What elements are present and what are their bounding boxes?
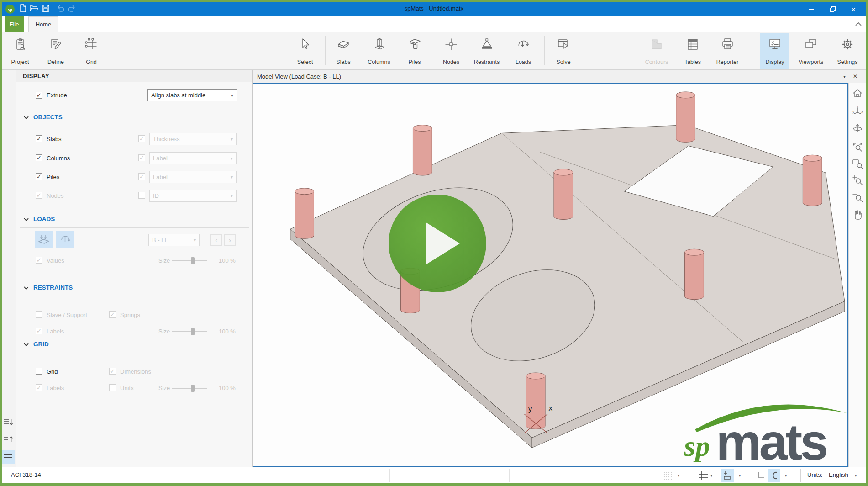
slave-support-checkbox (36, 311, 42, 318)
zoom-out-icon[interactable] (852, 191, 863, 202)
open-file-icon[interactable] (29, 4, 38, 13)
move-panel-down-icon[interactable] (3, 418, 14, 427)
model-view-header[interactable]: Model View (Load Case: B - LL) ▾ ✕ (253, 70, 866, 83)
section-grid[interactable]: GRID (33, 341, 49, 348)
chevron-down-icon[interactable]: ▾ (710, 467, 713, 484)
moment-load-button[interactable] (56, 231, 74, 248)
units-label: Units: (807, 471, 822, 478)
display-icon (768, 37, 782, 51)
slabs-checkbox[interactable] (36, 135, 42, 142)
ribbon-button-restraints[interactable]: Restraints (472, 33, 501, 69)
restraints-collapse-icon[interactable] (24, 286, 29, 290)
chevron-down-icon[interactable]: ▾ (855, 467, 857, 484)
section-loads[interactable]: LOADS (33, 216, 55, 222)
ribbon-button-solve[interactable]: Solve (549, 33, 578, 69)
objects-collapse-icon[interactable] (24, 116, 29, 119)
statusbar-divider (800, 469, 801, 482)
ribbon-button-reporter[interactable]: Reporter (713, 33, 742, 69)
snap-curve-button[interactable] (768, 469, 780, 482)
reporter-icon (721, 37, 734, 51)
columns-annotation-value: Label (153, 155, 168, 162)
logo-mats-text: mats (716, 417, 826, 468)
ribbon-button-select[interactable]: Select (290, 33, 320, 69)
zoom-extents-icon[interactable] (852, 141, 863, 152)
ribbon-button-columns[interactable]: Columns (364, 33, 394, 69)
zoom-window-icon[interactable] (852, 158, 863, 169)
restraint-labels-label: Labels (47, 328, 64, 335)
grid-collapse-icon[interactable] (24, 343, 29, 346)
ribbon-button-contours: Contours (642, 33, 671, 69)
tab-home[interactable]: Home (28, 16, 58, 32)
column-cylinder (413, 125, 432, 175)
save-icon[interactable] (41, 4, 50, 13)
qat-separator (53, 5, 53, 12)
frame-edge (0, 0, 2, 486)
units-value[interactable]: English (829, 471, 848, 478)
dimensions-checkbox (109, 368, 116, 375)
move-panel-up-icon[interactable] (3, 434, 14, 444)
extrude-checkbox[interactable] (36, 92, 42, 99)
zoom-in-icon[interactable] (852, 174, 863, 185)
area-load-button[interactable] (35, 231, 53, 248)
svg-text:y: y (852, 110, 854, 114)
grid-checkbox[interactable] (36, 368, 42, 375)
chevron-left-icon: ‹ (215, 236, 217, 244)
new-file-icon[interactable] (18, 4, 27, 13)
panel-menu-button[interactable] (1, 450, 15, 464)
statusbar-divider (389, 469, 390, 482)
ribbon-button-settings[interactable]: Settings (833, 33, 862, 69)
home-view-icon[interactable] (852, 88, 863, 99)
section-objects[interactable]: OBJECTS (33, 114, 63, 121)
axis-x-label: x (548, 404, 553, 412)
statusbar-divider (509, 469, 510, 482)
units-label: Units (120, 385, 134, 391)
column-cylinder (526, 373, 545, 429)
nodes-annotation-value: ID (153, 192, 159, 199)
pan-hand-icon[interactable] (852, 209, 863, 220)
piles-label: Piles (47, 174, 59, 180)
slave-support-label: Slave / Support (47, 312, 87, 318)
pin-icon[interactable]: ▾ (843, 70, 846, 83)
section-divider (20, 126, 249, 126)
ribbon-button-loads[interactable]: Loads (509, 33, 538, 69)
loads-collapse-icon[interactable] (24, 218, 29, 221)
axes-orientation-icon[interactable]: z y x (852, 105, 863, 116)
ribbon-button-slabs[interactable]: Slabs (329, 33, 358, 69)
nodes-label: Nodes (47, 192, 64, 199)
close-view-icon[interactable]: ✕ (853, 70, 857, 83)
svg-text:x: x (861, 110, 863, 114)
ribbon-button-project[interactable]: Project (5, 33, 35, 69)
restore-button[interactable] (822, 2, 843, 16)
piles-checkbox[interactable] (36, 173, 42, 180)
snap-increment-button[interactable] (721, 469, 734, 482)
minimize-button[interactable] (801, 2, 822, 16)
grid-size-label: Size (158, 385, 170, 391)
orbit-icon[interactable] (852, 123, 863, 134)
ribbon-separator (325, 36, 326, 65)
load-case-value: B - LL (152, 237, 168, 243)
ribbon-button-display[interactable]: Display (760, 33, 789, 69)
app-logo-icon[interactable]: sp (5, 5, 15, 14)
chevron-down-icon[interactable]: ▾ (678, 467, 680, 484)
tab-file[interactable]: File (5, 16, 24, 32)
ribbon-button-grid[interactable]: Grid (77, 33, 106, 69)
column-cylinder (685, 249, 704, 299)
ortho-icon[interactable] (757, 471, 765, 480)
nodes-annotation-dropdown: ID ▾ (149, 190, 237, 202)
close-button[interactable]: ✕ (843, 2, 864, 16)
grid-dots-icon[interactable] (663, 471, 672, 480)
grid-lines-icon[interactable] (699, 471, 708, 480)
extrude-mode-value: Align slabs at middle (151, 92, 205, 99)
side-strip (0, 70, 16, 467)
section-restraints[interactable]: RESTRAINTS (33, 284, 73, 291)
ribbon-button-piles[interactable]: Piles (400, 33, 429, 69)
ribbon-button-tables[interactable]: Tables (678, 33, 707, 69)
ribbon-button-viewports[interactable]: Viewports (796, 33, 826, 69)
collapse-ribbon-icon[interactable] (855, 22, 862, 26)
extrude-mode-dropdown[interactable]: Align slabs at middle ▾ (147, 89, 237, 101)
ribbon-button-nodes[interactable]: Nodes (437, 33, 466, 69)
video-play-button[interactable] (389, 195, 486, 292)
ribbon-button-define[interactable]: Define (41, 33, 70, 69)
column-cylinder (295, 188, 314, 238)
columns-checkbox[interactable] (36, 154, 42, 161)
